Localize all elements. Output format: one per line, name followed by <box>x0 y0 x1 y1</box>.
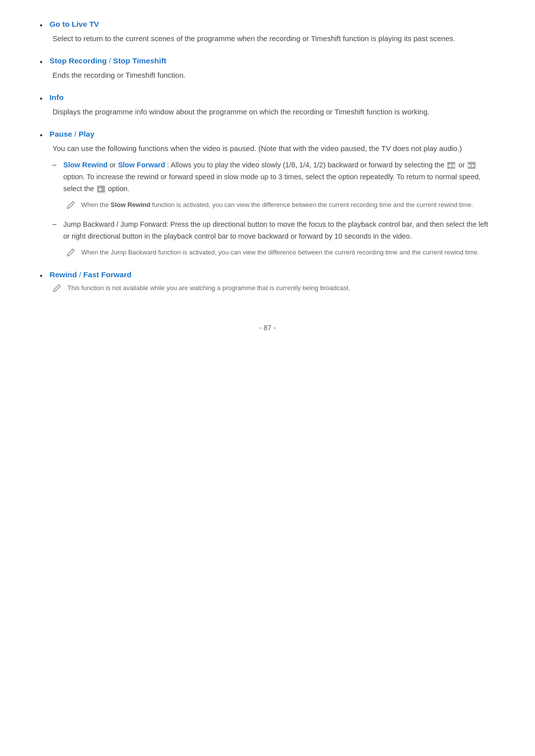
sub-body-jump: Jump Backward / Jump Forward: Press the … <box>63 219 495 243</box>
sub-item-slow-rewind: – Slow Rewind or Slow Forward : Allows y… <box>53 159 495 211</box>
list-item-stop-recording: ● Stop Recording / Stop Timeshift Ends t… <box>40 56 495 81</box>
rewind-icon: ◀◀ <box>447 162 455 169</box>
bullet-dot: ● <box>40 273 43 278</box>
note-text-slow-rewind: When the Slow Rewind function is activat… <box>81 200 473 210</box>
note-text-jump: When the Jump Backward function is activ… <box>81 248 479 257</box>
sub-dash: – <box>53 160 56 168</box>
list-item-info: ● Info Displays the programme info windo… <box>40 93 495 118</box>
item-title-info: Info <box>50 93 63 102</box>
note-rewind-fast-forward: This function is not available while you… <box>53 283 495 294</box>
sub-dash: – <box>53 220 56 228</box>
item-body-pause-play: You can use the following functions when… <box>53 143 495 154</box>
play-icon: ▶ <box>97 186 105 193</box>
list-item-go-to-live-tv: ● Go to Live TV Select to return to the … <box>40 20 495 45</box>
slow-forward-link: Slow Forward <box>118 161 165 169</box>
item-title-pause-play: Pause / Play <box>50 130 94 139</box>
sub-body-slow-rewind: Slow Rewind or Slow Forward : Allows you… <box>63 159 495 195</box>
page-footer: - 87 - <box>40 324 495 332</box>
note-text-rewind: This function is not available while you… <box>67 283 350 293</box>
item-title-stop-recording: Stop Recording / Stop Timeshift <box>50 56 166 65</box>
bullet-dot: ● <box>40 132 43 138</box>
item-title-go-to-live-tv: Go to Live TV <box>50 20 99 29</box>
pencil-icon <box>66 248 75 258</box>
slow-rewind-link: Slow Rewind <box>63 161 107 169</box>
item-body-go-to-live-tv: Select to return to the current scenes o… <box>53 33 495 45</box>
fast-forward-icon: ▶▶ <box>468 162 476 169</box>
pencil-icon <box>53 284 61 294</box>
note-jump-backward: When the Jump Backward function is activ… <box>66 248 495 258</box>
item-body-info: Displays the programme info window about… <box>53 106 495 118</box>
pencil-icon <box>66 201 75 211</box>
bullet-dot: ● <box>40 22 43 28</box>
list-item-pause-play: ● Pause / Play You can use the following… <box>40 130 495 258</box>
item-title-rewind-fast-forward: Rewind / Fast Forward <box>50 270 131 279</box>
bullet-dot: ● <box>40 59 43 64</box>
sub-item-jump: – Jump Backward / Jump Forward: Press th… <box>53 219 495 258</box>
bullet-dot: ● <box>40 96 43 101</box>
item-body-stop-recording: Ends the recording or Timeshift function… <box>53 69 495 81</box>
page-content: ● Go to Live TV Select to return to the … <box>40 20 495 332</box>
note-slow-rewind: When the Slow Rewind function is activat… <box>66 200 495 211</box>
list-item-rewind-fast-forward: ● Rewind / Fast Forward This function is… <box>40 270 495 294</box>
